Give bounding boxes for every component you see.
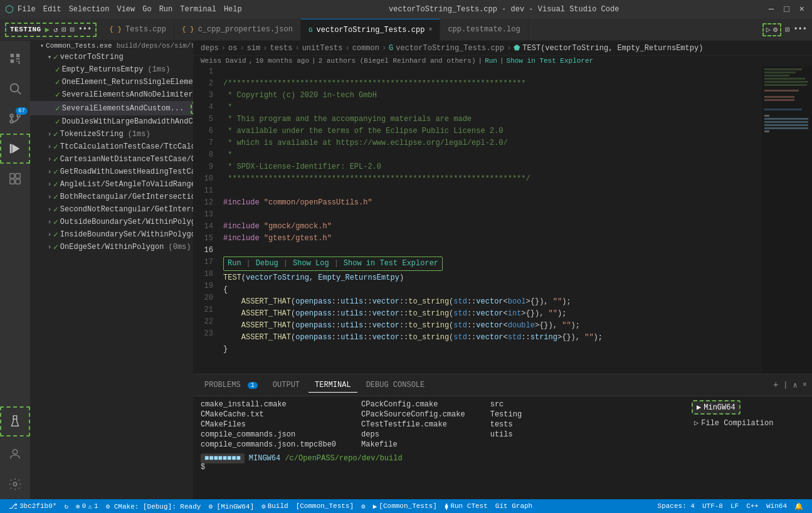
menu-selection[interactable]: Selection <box>69 5 110 14</box>
status-git-graph[interactable]: Git Graph <box>492 499 536 513</box>
lens-run[interactable]: Run <box>228 258 241 270</box>
tree-item-common-tests[interactable]: ▾ Common_Tests.exe build/deps/os/sim/tes… <box>30 41 193 51</box>
status-run-ctest[interactable]: ⧫ Run CTest <box>441 499 492 513</box>
menu-terminal[interactable]: Terminal <box>180 5 216 14</box>
run-all-button[interactable]: ▶ <box>45 25 50 34</box>
run-test-icon[interactable]: ▷ <box>766 25 771 34</box>
tree-item-vectortostring[interactable]: ▾ ✓ vectorToString <box>30 51 193 63</box>
collapse-all-button[interactable]: ⊡ <box>61 25 66 34</box>
status-spaces[interactable]: Spaces: 4 <box>654 499 699 513</box>
tab-terminal[interactable]: TERMINAL <box>308 378 357 393</box>
tab-close-vector[interactable]: × <box>428 26 432 33</box>
close-panel-icon[interactable]: × <box>803 381 807 389</box>
status-gear2[interactable]: ⚙ <box>357 499 369 513</box>
tree-item-doubles[interactable]: ✓ DoublesWithLargeBandwidthAndCust... <box>30 115 193 128</box>
status-sync[interactable]: ↻ <box>60 499 72 513</box>
bc-common[interactable]: common <box>352 44 379 53</box>
menu-file[interactable]: File <box>18 5 36 14</box>
pass-icon-10: ✓ <box>53 167 58 177</box>
activity-account[interactable] <box>0 439 30 469</box>
bc-sim[interactable]: sim <box>247 44 261 53</box>
tree-item-several-no-delim[interactable]: ✓ SeveralElementsAndNoDelimiter_Retur... <box>30 88 193 101</box>
status-encoding[interactable]: UTF-8 <box>699 499 727 513</box>
bc-deps[interactable]: deps <box>201 44 219 53</box>
tab-debug-console[interactable]: DEBUG CONSOLE <box>360 378 431 392</box>
pass-icon-15: ✓ <box>53 230 58 240</box>
tab-log[interactable]: cpp.testmate.log <box>440 19 528 41</box>
status-cmake[interactable]: ⚙ CMake: [Debug]: Ready <box>102 499 205 513</box>
menu-help[interactable]: Help <box>224 5 242 14</box>
status-platform[interactable]: Win64 <box>762 499 791 513</box>
split-editor-icon[interactable]: ⊡ <box>785 25 789 34</box>
bc-file[interactable]: vectorToString_Tests.cpp <box>396 44 504 53</box>
activity-search[interactable] <box>0 73 30 103</box>
tree-item-bothrect[interactable]: › ✓ BothRectangular/GetIntersectionPoint… <box>30 191 193 203</box>
git-run-link[interactable]: Run <box>485 57 497 65</box>
file-compilation-item[interactable]: ▷ File Compilation <box>692 418 773 428</box>
tab-c-props[interactable]: { } c_cpp_properties.json <box>174 19 301 41</box>
tab-icon-json: { } <box>182 26 194 33</box>
activity-testing[interactable] <box>0 406 30 436</box>
code-editor[interactable]: 12345 678910 1112131415 16171819 2021222… <box>193 66 762 374</box>
mingw-terminal-badge[interactable]: ▶ MinGW64 <box>692 400 741 415</box>
tree-item-empty-returns[interactable]: ✓ Empty_ReturnsEmtpy (1ms) <box>30 63 193 76</box>
git-show-link[interactable]: Show in Test Explorer <box>507 57 594 65</box>
lens-showlog[interactable]: Show Log <box>293 258 329 270</box>
activity-run-debug[interactable] <box>0 134 30 164</box>
menu-edit[interactable]: Edit <box>43 5 61 14</box>
status-common-tests-1[interactable]: [Common_Tests] <box>292 499 357 513</box>
status-language[interactable]: C++ <box>742 499 762 513</box>
encoding-label: UTF-8 <box>702 502 723 510</box>
maximize-panel-icon[interactable]: ∧ <box>793 381 798 390</box>
svg-rect-23 <box>764 99 794 101</box>
close-button[interactable]: × <box>797 4 807 14</box>
activity-source-control[interactable]: 67 <box>0 103 30 134</box>
menu-run[interactable]: Run <box>159 5 173 14</box>
minimize-button[interactable]: ─ <box>766 4 776 14</box>
tab-output[interactable]: OUTPUT <box>266 378 306 392</box>
tab-vector-tests[interactable]: G vectorToString_Tests.cpp × <box>301 19 440 41</box>
tree-item-inside[interactable]: › ✓ InsideBoundarySet/WithinPolygon (0ms… <box>30 228 193 241</box>
bc-func[interactable]: TEST(vectorToString, Empty_ReturnsEmtpy) <box>522 44 703 53</box>
status-eol[interactable]: LF <box>727 499 742 513</box>
refresh-tests-button[interactable]: ↺ <box>53 25 58 34</box>
filter-button[interactable]: ⊡ <box>70 25 74 34</box>
status-mingw[interactable]: ⚙ [MinGW64] <box>204 499 258 513</box>
status-notifications[interactable]: 🔔 <box>791 499 807 513</box>
sidebar: ▾ Common_Tests.exe build/deps/os/sim/tes… <box>30 41 193 499</box>
tree-item-secondnot[interactable]: › ✓ SecondNotRectangular/GetIntersection… <box>30 203 193 216</box>
status-build[interactable]: ⚙ Build <box>258 499 292 513</box>
svg-line-1 <box>18 91 21 94</box>
tree-item-tokenize[interactable]: › ✓ TokenizeString (1ms) <box>30 128 193 140</box>
tree-item-getroad[interactable]: › ✓ GetRoadWithLowestHeadingTestCase/Ge.… <box>30 166 193 178</box>
lens-showexplorer[interactable]: Show in Test Explorer <box>344 258 438 270</box>
tree-item-several-custom[interactable]: ✓ SeveralElementsAndCustom... ▶ ⚙ ⋯ <box>30 101 193 115</box>
more-actions-button[interactable]: ••• <box>78 25 92 34</box>
maximize-button[interactable]: □ <box>781 4 791 14</box>
tree-item-onedge[interactable]: › ✓ OnEdgeSet/WithinPolygon (0ms) <box>30 241 193 253</box>
tab-tests-cpp[interactable]: { } Tests.cpp <box>102 19 174 41</box>
new-terminal-icon[interactable]: + <box>773 380 778 390</box>
activity-extensions[interactable] <box>0 164 30 194</box>
menu-view[interactable]: View <box>117 5 135 14</box>
debug-test-icon[interactable]: ⚙ <box>773 25 778 34</box>
activity-explorer[interactable] <box>0 43 30 73</box>
split-terminal-icon[interactable]: | <box>783 381 788 389</box>
status-play[interactable]: ▶ [Common_Tests] <box>369 499 441 513</box>
tree-item-cartesian[interactable]: › ✓ CartesianNetDistanceTestCase/Cartesi… <box>30 153 193 166</box>
bc-unittests[interactable]: unitTests <box>302 44 343 53</box>
tab-problems[interactable]: PROBLEMS 1 <box>198 378 264 392</box>
activity-settings[interactable] <box>0 469 30 499</box>
bc-tests[interactable]: tests <box>270 44 292 53</box>
tree-item-anglelist[interactable]: › ✓ AngleList/SetAngleToValidRange (0ms) <box>30 178 193 191</box>
menu-go[interactable]: Go <box>142 5 151 14</box>
bc-os[interactable]: os <box>228 44 237 53</box>
status-branch[interactable]: ⎇ 3bc2f1b0* <box>5 499 60 513</box>
tree-item-ttc[interactable]: › ✓ TtcCalculationTestCase/TtcCalcualtio… <box>30 140 193 153</box>
tree-item-outside[interactable]: › ✓ OutsideBoundarySet/WithinPolygon (1m… <box>30 216 193 228</box>
titlebar-menu[interactable]: File Edit Selection View Go Run Terminal… <box>18 5 242 14</box>
lens-debug[interactable]: Debug <box>256 258 278 270</box>
status-errors[interactable]: ⊗ 0 ⚠ 1 <box>72 499 102 513</box>
more-editor-actions[interactable]: ••• <box>793 25 807 34</box>
tree-item-oneelement[interactable]: ✓ OneElement_ReturnsSingleElementWit... <box>30 76 193 88</box>
